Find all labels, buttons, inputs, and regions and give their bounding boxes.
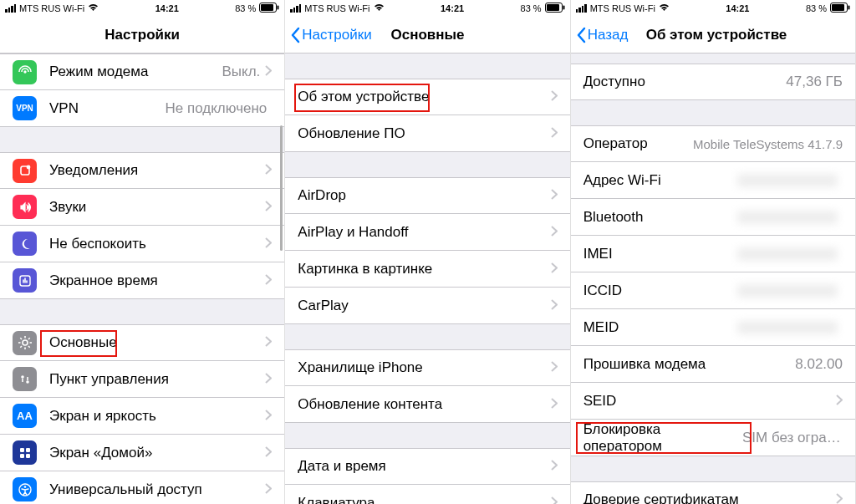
battery-label: 83 % [521, 3, 542, 13]
row-label: Доверие сертификатам [583, 491, 836, 504]
wifi-icon [659, 3, 670, 13]
svg-rect-33 [848, 6, 849, 10]
chevron-right-icon [551, 298, 558, 313]
battery-label: 83 % [806, 3, 827, 13]
nav-bar: Настройки Основные [285, 17, 569, 53]
chevron-right-icon [551, 360, 558, 375]
row-value-blurred [737, 174, 838, 187]
back-button[interactable]: Назад [571, 27, 629, 43]
row-sim-lock: Блокировка оператором SIM без ограни... [571, 420, 855, 456]
row-label: CarPlay [298, 298, 550, 314]
screen-general: MTS RUS Wi-Fi 14:21 83 % Настройки Основ… [285, 0, 570, 504]
row-value: Mobile TeleSystems 41.7.9 [693, 137, 843, 151]
nav-bar: Назад Об этом устройстве [571, 17, 855, 53]
chevron-left-icon [576, 27, 586, 43]
chevron-right-icon [265, 445, 272, 461]
row-hotspot[interactable]: Режим модема Выкл. [0, 53, 284, 90]
svg-point-16 [21, 375, 24, 379]
row-label: Картинка в картинке [298, 261, 550, 277]
row-airdrop[interactable]: AirDrop [285, 177, 569, 214]
row-vpn[interactable]: VPN VPN Не подключено [0, 90, 284, 127]
row-keyboard[interactable]: Клавиатура [285, 485, 569, 504]
row-label: SEID [583, 393, 836, 410]
row-update[interactable]: Обновление ПО [285, 115, 569, 152]
chevron-right-icon [836, 492, 843, 504]
carrier-label: MTS RUS Wi-Fi [590, 3, 655, 13]
row-control-center[interactable]: Пункт управления [0, 361, 284, 398]
screen-settings: MTS RUS Wi-Fi 14:21 83 % Настройки Режим… [0, 0, 285, 504]
row-notifications[interactable]: Уведомления [0, 152, 284, 189]
svg-rect-29 [547, 4, 559, 11]
svg-line-12 [20, 338, 22, 339]
chevron-right-icon [265, 237, 272, 252]
chevron-right-icon [551, 397, 558, 412]
row-storage[interactable]: Хранилище iPhone [285, 349, 569, 386]
row-screentime[interactable]: Экранное время [0, 262, 284, 299]
control-center-icon [13, 367, 37, 391]
row-date[interactable]: Дата и время [285, 448, 569, 485]
chevron-right-icon [265, 163, 272, 178]
display-icon: AA [13, 404, 37, 428]
status-bar: MTS RUS Wi-Fi 14:21 83 % [571, 0, 855, 17]
svg-line-15 [28, 338, 30, 339]
row-label: Дата и время [298, 458, 550, 475]
back-button[interactable]: Настройки [285, 27, 371, 43]
page-title: Об этом устройстве [646, 27, 787, 43]
carrier-label: MTS RUS Wi-Fi [304, 3, 369, 13]
chevron-right-icon [265, 335, 272, 350]
svg-point-23 [23, 486, 26, 488]
row-label: Обновление ПО [298, 125, 550, 142]
row-value-blurred [737, 284, 838, 298]
row-cert-trust[interactable]: Доверие сертификатам [571, 481, 855, 504]
chevron-right-icon [265, 273, 272, 288]
row-pip[interactable]: Картинка в картинке [285, 251, 569, 288]
chevron-right-icon [551, 262, 558, 277]
row-accessibility[interactable]: Универсальный доступ [0, 471, 284, 504]
wifi-icon [88, 3, 99, 13]
row-seid[interactable]: SEID [571, 383, 855, 420]
row-carrier: Оператор Mobile TeleSystems 41.7.9 [571, 125, 855, 162]
chevron-right-icon [265, 482, 272, 497]
row-airplay[interactable]: AirPlay и Handoff [285, 214, 569, 251]
row-sounds[interactable]: Звуки [0, 189, 284, 226]
chevron-right-icon [265, 372, 272, 387]
row-content[interactable]: Обновление контента [285, 386, 569, 423]
signal-icon [576, 4, 587, 13]
svg-point-17 [26, 380, 29, 384]
row-label: MEID [583, 319, 737, 336]
row-label: Уведомления [49, 162, 265, 179]
row-home[interactable]: Экран «Домой» [0, 435, 284, 471]
chevron-right-icon [551, 225, 558, 240]
row-value: Выкл. [222, 64, 260, 80]
row-label: AirDrop [298, 187, 550, 204]
row-label: Адрес Wi-Fi [583, 172, 737, 189]
chevron-right-icon [551, 496, 558, 505]
chevron-right-icon [265, 64, 272, 79]
back-label: Назад [588, 27, 629, 43]
chevron-right-icon [265, 409, 272, 424]
svg-rect-20 [20, 454, 24, 458]
row-about[interactable]: Об этом устройстве [285, 79, 569, 115]
row-display[interactable]: AA Экран и яркость [0, 398, 284, 435]
row-label: IMEI [583, 246, 737, 262]
svg-rect-32 [832, 4, 844, 11]
row-general[interactable]: Основные [0, 324, 284, 361]
row-label: Обновление контента [298, 396, 550, 413]
battery-icon [830, 3, 850, 14]
row-label: Bluetooth [583, 209, 737, 226]
row-label: Доступно [583, 74, 787, 90]
row-value: 47,36 ГБ [786, 74, 843, 90]
row-dnd[interactable]: Не беспокоить [0, 226, 284, 262]
row-carplay[interactable]: CarPlay [285, 288, 569, 324]
row-label: AirPlay и Handoff [298, 224, 550, 241]
carrier-label: MTS RUS Wi-Fi [19, 3, 84, 13]
row-value: 8.02.00 [795, 356, 843, 373]
row-label: Пункт управления [49, 371, 265, 388]
row-value-blurred [737, 211, 838, 224]
chevron-right-icon [551, 188, 558, 203]
signal-icon [290, 4, 301, 13]
svg-point-5 [26, 165, 30, 170]
notifications-icon [13, 159, 37, 183]
status-bar: MTS RUS Wi-Fi 14:21 83 % [0, 0, 284, 17]
scrollbar[interactable] [280, 125, 283, 251]
